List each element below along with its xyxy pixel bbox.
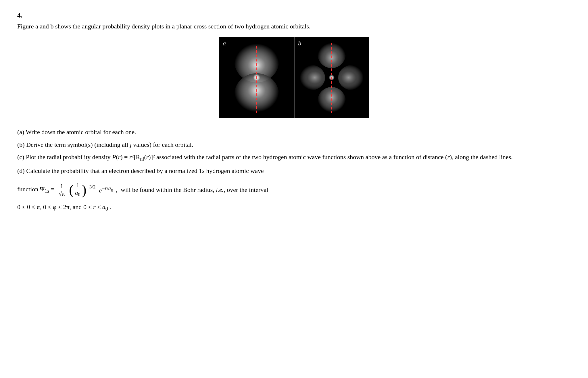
part-d-line: (d) Calculate the probability that an el… — [17, 165, 571, 177]
part-c-line: (c) Plot the radial probability density … — [17, 151, 571, 164]
panel-b: b — [294, 37, 369, 118]
svg-point-9 — [295, 65, 325, 90]
panel-b-label: b — [298, 40, 301, 47]
orbital-images: a — [219, 37, 369, 118]
interval-text: 0 ≤ θ ≤ π, 0 ≤ φ ≤ 2π, and 0 ≤ r ≤ a0 . — [17, 203, 571, 212]
panel-b-svg — [295, 37, 369, 118]
question-number: 4. — [17, 11, 571, 19]
part-b-line: (b) Derive the term symbol(s) (including… — [17, 139, 571, 151]
part-a-line: (a) Write down the atomic orbital for ea… — [17, 126, 571, 138]
panel-a-svg — [219, 37, 294, 118]
svg-point-10 — [338, 65, 368, 90]
formula-fraction-1: 1 √π — [58, 183, 66, 197]
formula-suffix: , will be found within the Bohr radius, … — [116, 186, 268, 194]
formula-line: function Ψ1s = 1 √π ( 1 a0 ) 3/2 e−r/a0 … — [17, 182, 571, 198]
formula-exponent: 3/2 — [89, 184, 96, 190]
formula-paren: ( 1 a0 ) — [69, 182, 86, 198]
formula-prefix: function Ψ1s = — [17, 186, 54, 194]
images-container: a — [17, 37, 571, 118]
parts-text: (a) Write down the atomic orbital for ea… — [17, 126, 571, 176]
panel-a: a — [219, 37, 294, 118]
panel-a-label: a — [223, 40, 226, 47]
question-intro: Figure a and b shows the angular probabi… — [17, 22, 571, 31]
formula-exponential: e−r/a0 — [99, 186, 113, 194]
